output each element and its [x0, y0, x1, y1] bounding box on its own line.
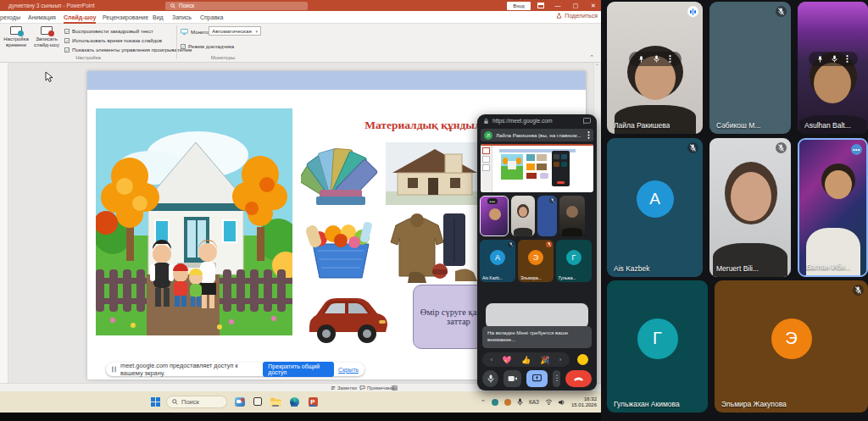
checkbox-show-media-controls[interactable]: ✓Показать элементы управления проигрыват…	[64, 46, 192, 53]
start-button[interactable]	[149, 396, 161, 407]
more-options-button[interactable]: ⋮	[553, 370, 561, 387]
checkbox-presenter-view[interactable]: ✓Режим докладчика	[181, 42, 234, 50]
checkbox-use-timings[interactable]: ✓Использовать время показа слайдов	[64, 36, 162, 44]
end-call-button[interactable]	[565, 370, 592, 387]
meet-pip-window[interactable]: https://meet.google.com Л Лайла Ракишева…	[477, 114, 597, 391]
camera-button[interactable]	[504, 370, 521, 387]
signin-button[interactable]: Вход	[507, 2, 531, 10]
pin-icon[interactable]	[638, 56, 644, 63]
tab-record[interactable]: Запись	[172, 13, 192, 24]
windows-logo-icon	[151, 397, 160, 407]
monitor-dropdown[interactable]: Автоматическая ▾	[209, 26, 261, 36]
tray-app2-icon[interactable]	[504, 399, 511, 406]
more-options-icon[interactable]	[846, 55, 849, 63]
tab-help[interactable]: Справка	[200, 13, 223, 24]
reaction-party[interactable]: 🎉	[540, 356, 549, 364]
pip-url-text: https://meet.google.com	[492, 118, 580, 124]
present-screen-button[interactable]	[526, 370, 548, 387]
participant-tile-asulhan[interactable]: Asulhan Balt...	[798, 2, 868, 134]
checkbox-play-narrations[interactable]: ✓Воспроизвести закадровый текст	[64, 27, 153, 35]
tab-view[interactable]: Вид	[153, 13, 164, 24]
collapse-ribbon-icon[interactable]: ⌃	[589, 54, 594, 61]
pip-reactions-bar: ‹ 💖 👍 🎉 ›	[482, 352, 570, 367]
tab-review[interactable]: Рецензирование	[103, 13, 148, 24]
ribbon-display-options-button[interactable]	[533, 0, 548, 11]
participant-video	[607, 2, 703, 134]
tab-animation[interactable]: Анимация	[28, 13, 56, 24]
mini-video-tile[interactable]	[559, 196, 585, 236]
wifi-icon[interactable]	[545, 399, 553, 405]
clock-date: 15.01.2026	[571, 402, 597, 408]
mic-muted-icon	[853, 285, 864, 296]
participant-video	[709, 138, 791, 277]
tray-mic-icon[interactable]	[517, 398, 523, 406]
search-icon	[170, 3, 175, 8]
taskbar-search-label: Поиск	[181, 398, 199, 406]
participant-tile-meruert[interactable]: Meruert Bili...	[709, 138, 791, 277]
pip-filmstrip-avatars: A Ais Kazb... Э Эльмира... Г Гульжа...	[480, 240, 592, 282]
participant-name: Баглан Иби...	[806, 263, 851, 271]
file-explorer-button[interactable]	[270, 396, 281, 407]
mini-avatar-tile[interactable]: Г Гульжа...	[556, 240, 592, 282]
participant-tile-laila[interactable]: Лайла Ракишева	[607, 2, 703, 134]
mini-video-tile[interactable]	[511, 196, 535, 236]
participant-tile-ais[interactable]: A Ais Kazbek	[607, 138, 703, 277]
record-slideshow-icon	[41, 26, 53, 35]
participant-tile-elmira[interactable]: Э Эльмира Жакупова	[715, 280, 868, 413]
participant-tile-baglan[interactable]: ••• Баглан Иби...	[798, 138, 868, 277]
reaction-emoji-floating[interactable]	[577, 354, 588, 365]
mic-icon[interactable]	[832, 55, 837, 63]
reaction-heart[interactable]: 💖	[502, 356, 511, 364]
language-indicator[interactable]: КАЗ	[529, 399, 539, 405]
rehearse-timings-button[interactable]: Настройка времени	[2, 25, 31, 56]
cast-icon[interactable]	[583, 118, 591, 125]
mini-avatar-tile[interactable]: Э Эльмира...	[518, 240, 554, 282]
participant-tile-gulzhakhan[interactable]: Г Гульжахан Акимова	[607, 280, 708, 413]
ppt-search-box[interactable]: Поиск	[165, 2, 308, 10]
chevron-down-icon: ▾	[255, 29, 258, 34]
car-image	[303, 283, 389, 351]
hide-link[interactable]: Скрыть	[338, 367, 359, 373]
notes-button[interactable]: Заметки	[331, 385, 357, 391]
participant-name: Эльмира Жакупова	[721, 400, 787, 408]
pin-icon[interactable]	[817, 56, 823, 63]
minimize-button[interactable]: —	[550, 0, 565, 11]
share-button[interactable]: Поделиться	[556, 13, 598, 19]
record-slideshow-button[interactable]: Записать слайд-шоу	[32, 25, 61, 56]
chevron-left-icon[interactable]: ‹	[491, 356, 493, 363]
system-tray: ⌃ КАЗ 16:32 15.01.2026	[481, 391, 597, 413]
food-basket-image	[301, 212, 381, 283]
more-options-icon[interactable]	[587, 131, 590, 139]
reaction-thumbs-up[interactable]: 👍	[521, 356, 531, 364]
task-view-button[interactable]	[252, 396, 264, 407]
view-normal-icon[interactable]	[392, 385, 398, 391]
maximize-button[interactable]: ▢	[568, 0, 583, 11]
taskbar-clock[interactable]: 16:32 15.01.2026	[571, 396, 597, 408]
mini-video-tile[interactable]: •••	[480, 196, 509, 236]
slide-thumbnail-panel[interactable]	[0, 63, 8, 383]
more-options-icon[interactable]	[669, 55, 671, 63]
tab-transitions[interactable]: реходы	[0, 13, 20, 24]
mini-video-tile[interactable]	[537, 196, 557, 236]
close-button[interactable]: ✕	[586, 0, 601, 11]
mini-avatar-tile[interactable]: A Ais Kazb...	[480, 240, 515, 282]
tray-app-icon[interactable]	[492, 399, 498, 406]
tab-slideshow[interactable]: Слайд-шоу	[64, 13, 96, 24]
tray-chevron-icon[interactable]: ⌃	[481, 399, 486, 406]
stop-sharing-button[interactable]: Прекратить общий доступ	[263, 362, 334, 377]
mic-button[interactable]	[482, 370, 498, 387]
volume-icon[interactable]	[559, 399, 565, 406]
ppt-titlebar[interactable]: дүниетану 3 сыныып - PowerPoint Поиск Вх…	[0, 0, 601, 11]
mic-icon[interactable]	[654, 55, 659, 63]
widgets-button[interactable]	[234, 396, 246, 407]
chevron-right-icon[interactable]: ›	[559, 356, 562, 363]
edge-browser-button[interactable]	[288, 396, 300, 407]
pip-presenter-banner[interactable]: Л Лайла Ракишева (вы, на главном...	[481, 129, 593, 141]
checkbox-icon: ✓	[64, 38, 70, 43]
participant-tile-sabikosh[interactable]: Сәбикош М...	[709, 2, 791, 134]
taskbar-search[interactable]: Поиск	[166, 396, 227, 408]
powerpoint-taskbar-button[interactable]: P	[307, 396, 319, 407]
tile-hover-controls[interactable]	[809, 52, 858, 66]
clock-time: 16:32	[571, 396, 597, 402]
tile-hover-controls[interactable]	[629, 52, 682, 66]
